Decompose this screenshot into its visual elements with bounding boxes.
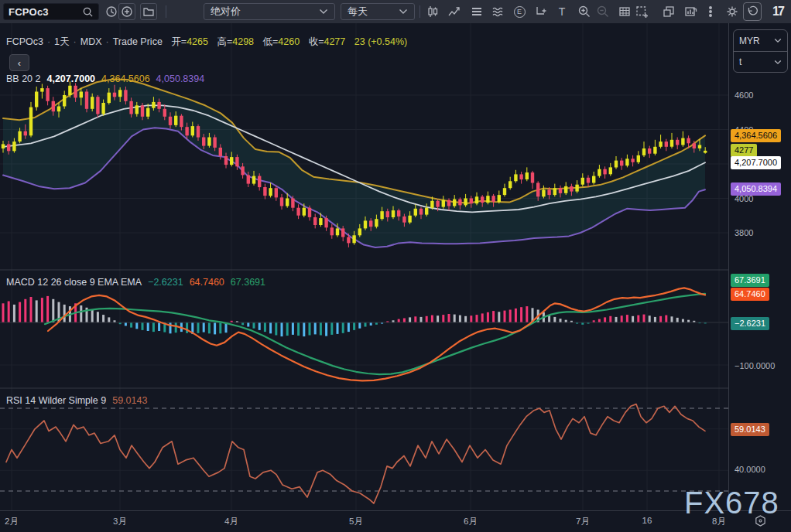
close-label: 收= — [309, 36, 324, 47]
macd-hist-value: −2.6231 — [148, 277, 183, 288]
axis-tick-label: 3800 — [734, 228, 753, 237]
symbol-interval: 1天 — [54, 36, 69, 47]
grid-icon[interactable] — [615, 2, 634, 21]
toolbar-separator — [166, 5, 166, 18]
chevron-down-icon — [774, 38, 782, 43]
screenshot-icon[interactable] — [632, 2, 651, 21]
macd-histogram — [2, 296, 707, 336]
gear-icon[interactable] — [723, 2, 741, 21]
low-label: 低= — [263, 36, 279, 47]
top-toolbar: FCPOc3 绝对价 每天 ET 17 — [0, 0, 791, 23]
macd-title: MACD 12 26 close 9 EMA EMA — [6, 277, 142, 288]
open-label: 开= — [171, 36, 187, 47]
currency-unit-selector: MYR t — [733, 29, 788, 73]
trading-chart-app: FCPOc3 绝对价 每天 ET 17 FCPOc3·1天·MDX·Trade … — [0, 0, 791, 532]
events-icon[interactable]: E — [510, 2, 529, 21]
symbol-info-row[interactable]: FCPOc3·1天·MDX·Trade Price 开=4265 高=4298 … — [6, 36, 407, 49]
change-value: 23 (+0.54%) — [354, 36, 407, 47]
chart-svg[interactable] — [0, 23, 728, 510]
time-axis-label: 4月 — [224, 516, 238, 527]
more-icon[interactable] — [701, 2, 720, 21]
interval-value: 每天 — [348, 5, 399, 19]
panel-chart-icon[interactable] — [681, 2, 700, 21]
bb-title: BB 20 2 — [6, 73, 40, 84]
macd-signal-label: 64.7460 — [731, 288, 769, 301]
rsi-indicator-row[interactable]: RSI 14 Wilder Simple 959.0143 — [6, 395, 153, 406]
time-axis-label: 2月 — [5, 516, 19, 527]
symbol-search-value: FCPOc3 — [9, 6, 82, 18]
bb-lower-value: 4,050.8394 — [156, 73, 205, 84]
macd-line-value: 67.3691 — [231, 277, 265, 288]
rsi-value-label: 59.0143 — [731, 423, 769, 436]
axis-tick-label: −100.0000 — [734, 361, 775, 370]
candlestick-style-icon[interactable] — [423, 2, 442, 21]
high-label: 高= — [217, 36, 232, 47]
text-tool-icon[interactable]: T — [553, 2, 571, 21]
zoom-out-icon[interactable] — [594, 2, 612, 21]
currency-selector[interactable]: MYR — [734, 30, 787, 51]
macd-hist-label: −2.6231 — [731, 317, 769, 330]
low-value: 4260 — [278, 36, 300, 47]
time-axis-label: 7月 — [576, 516, 590, 527]
chevron-down-icon — [319, 9, 328, 15]
compare-icon[interactable] — [445, 2, 464, 21]
time-axis-label: 8月 — [712, 516, 726, 527]
macd-value-label: 67.3691 — [731, 274, 769, 287]
bb-indicator-row[interactable]: BB 20 24,207.70004,364.56064,050.8394 — [6, 73, 211, 84]
add-symbol-icon[interactable] — [118, 3, 135, 20]
macd-indicator-row[interactable]: MACD 12 26 close 9 EMA EMA−2.623164.7460… — [6, 277, 272, 288]
layout-rows-icon[interactable] — [467, 2, 486, 21]
undo-icon[interactable] — [743, 2, 762, 21]
macd-line — [45, 294, 705, 374]
interval-dropdown[interactable]: 每天 — [341, 3, 415, 20]
symbol-series: Trade Price — [113, 36, 163, 47]
bb-upper-price-label: 4,364.5606 — [731, 129, 781, 142]
open-value: 4265 — [187, 36, 208, 47]
price-axis[interactable]: MYR t 4600440040003800−100.000040.00004,… — [728, 23, 791, 510]
time-axis-label: 3月 — [113, 516, 127, 527]
bb-upper-value: 4,364.5606 — [101, 73, 150, 84]
price-type-value: 绝对价 — [211, 5, 319, 19]
symbol-exchange: MDX — [80, 36, 102, 47]
chevron-down-icon — [399, 9, 408, 15]
chevron-down-icon — [774, 60, 782, 65]
axis-tick-label: 40.0000 — [734, 465, 765, 474]
object-tree-icon[interactable] — [659, 2, 678, 21]
measure-icon[interactable] — [532, 2, 550, 21]
high-value: 4298 — [232, 36, 254, 47]
indicators-icon[interactable] — [489, 2, 508, 21]
time-axis-label: 16 — [642, 516, 652, 525]
zoom-in-icon[interactable] — [575, 2, 594, 21]
toolbar-separator — [419, 5, 420, 18]
main-chart-canvas[interactable] — [0, 23, 728, 510]
symbol-name: FCPOc3 — [6, 36, 43, 47]
price-type-dropdown[interactable]: 绝对价 — [204, 3, 335, 20]
time-axis-label: 5月 — [349, 516, 363, 527]
unit-value: t — [739, 56, 774, 67]
pane-settings-hexagon-icon[interactable] — [754, 514, 767, 527]
bb-basis-value: 4,207.7000 — [46, 73, 95, 84]
close-value: 4277 — [324, 36, 345, 47]
symbol-search-input[interactable]: FCPOc3 — [3, 3, 99, 20]
collapse-indicators-button[interactable]: ‹ — [9, 54, 29, 71]
rsi-value: 59.0143 — [112, 395, 147, 406]
axis-tick-label: 4600 — [734, 90, 753, 100]
macd-signal-line — [48, 288, 705, 380]
last-price-label: 4277 — [731, 144, 757, 157]
currency-value: MYR — [739, 36, 774, 46]
bb-lower-price-label: 4,050.8394 — [731, 182, 781, 196]
macd-signal-value: 64.7460 — [190, 277, 224, 288]
time-axis-label: 6月 — [464, 516, 478, 527]
search-icon — [82, 6, 94, 18]
folder-icon[interactable] — [140, 3, 157, 20]
bb-basis-price-label: 4,207.7000 — [731, 156, 781, 169]
time-axis[interactable]: 2月3月4月5月6月7月168月 — [0, 510, 791, 532]
unit-selector[interactable]: t — [734, 51, 787, 72]
tradingview-logo[interactable]: 17 — [768, 3, 788, 20]
rsi-title: RSI 14 Wilder Simple 9 — [6, 395, 106, 406]
